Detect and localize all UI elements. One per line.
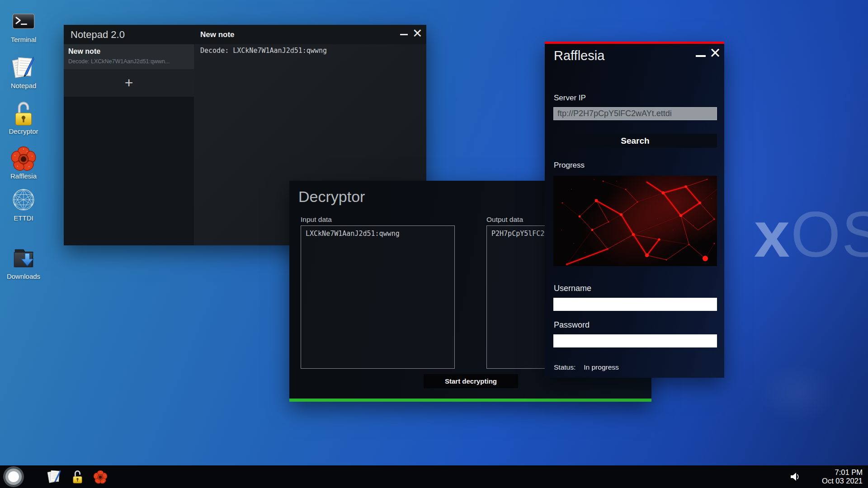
desktop: xOS Terminal Notepad Decryptor Rafflesia… <box>0 0 868 488</box>
watermark-os: OS <box>791 198 868 270</box>
start-button[interactable] <box>8 471 19 482</box>
status-row: Status:In progress <box>554 363 619 371</box>
input-data-label: Input data <box>301 216 332 224</box>
desktop-icon-label: Decryptor <box>3 127 44 135</box>
desktop-icon-downloads[interactable]: Downloads <box>3 245 44 280</box>
note-content-text: Decode: LXCkNe7W1AanJ2d51:qwwng <box>200 47 327 55</box>
red-plexus-network-image <box>553 176 717 266</box>
watermark-x: x <box>754 198 791 270</box>
close-icon[interactable]: ✕ <box>412 26 423 41</box>
taskbar-clock[interactable]: 7:01 PM Oct 03 2021 <box>822 468 863 485</box>
wallpaper-swirl <box>746 352 850 434</box>
desktop-icon-notepad[interactable]: Notepad <box>3 55 44 89</box>
status-label: Status: <box>554 363 576 371</box>
window-title: Rafflesia <box>554 48 604 63</box>
note-item-preview: Decode: LXCkNe7W1AanJ2d51:qwwn... <box>68 58 170 65</box>
input-data-textarea[interactable]: LXCkNe7W1AanJ2d51:qwwng <box>301 225 455 369</box>
password-input[interactable] <box>553 334 717 347</box>
server-ip-input[interactable] <box>553 107 717 120</box>
taskbar-app-notepad[interactable] <box>45 465 63 488</box>
note-item-title: New note <box>68 47 100 56</box>
window-title: Notepad 2.0 <box>71 29 125 41</box>
status-value: In progress <box>584 363 619 371</box>
desktop-icon-terminal[interactable]: Terminal <box>3 9 44 43</box>
desktop-icon-rafflesia[interactable]: Rafflesia <box>3 145 44 180</box>
clock-time: 7:01 PM <box>822 468 863 477</box>
progress-label: Progress <box>554 161 585 170</box>
note-title-header: New note <box>200 30 235 39</box>
desktop-icon-label: Rafflesia <box>3 172 44 180</box>
wireframe-sphere-icon <box>3 187 44 213</box>
taskbar-app-rafflesia[interactable] <box>92 465 109 488</box>
rafflesia-flower-icon <box>93 469 108 484</box>
window-title: Decryptor <box>298 188 365 206</box>
padlock-icon <box>3 100 44 127</box>
note-list-item[interactable]: New note Decode: LXCkNe7W1AanJ2d51:qwwn.… <box>64 44 194 69</box>
desktop-icon-label: Downloads <box>3 272 44 280</box>
os-watermark: xOS <box>754 202 868 267</box>
minimize-icon[interactable] <box>696 55 706 57</box>
close-icon[interactable]: ✕ <box>709 45 721 61</box>
desktop-icon-label: Terminal <box>3 36 44 43</box>
output-data-label: Output data <box>486 216 523 224</box>
search-button[interactable]: Search <box>553 134 717 148</box>
downloads-folder-icon <box>3 245 44 272</box>
decryptor-progress-bar <box>289 399 651 402</box>
terminal-icon <box>3 9 44 35</box>
desktop-icon-label: ETTDI <box>3 214 44 222</box>
notepad-icon <box>3 55 44 81</box>
rafflesia-window: Rafflesia ✕ Server IP Search Progress <box>545 42 724 378</box>
clock-date: Oct 03 2021 <box>822 477 863 485</box>
desktop-icon-decryptor[interactable]: Decryptor <box>3 100 44 135</box>
password-label: Password <box>554 320 590 330</box>
taskbar-app-decryptor[interactable] <box>70 465 85 488</box>
volume-icon[interactable] <box>789 472 801 481</box>
minimize-icon[interactable] <box>400 34 408 35</box>
desktop-icon-label: Notepad <box>3 82 44 89</box>
notepad-icon <box>47 469 62 484</box>
desktop-icon-ettdi[interactable]: ETTDI <box>3 187 44 222</box>
notes-sidebar: New note Decode: LXCkNe7W1AanJ2d51:qwwn.… <box>64 44 194 245</box>
server-ip-label: Server IP <box>554 94 586 103</box>
taskbar: 7:01 PM Oct 03 2021 <box>0 465 868 488</box>
notepad-titlebar[interactable]: Notepad 2.0 New note ✕ <box>64 25 426 44</box>
add-note-button[interactable]: + <box>64 69 194 97</box>
start-decrypting-button[interactable]: Start decrypting <box>424 374 518 388</box>
padlock-icon <box>72 469 83 484</box>
username-label: Username <box>554 284 591 293</box>
username-input[interactable] <box>553 298 717 311</box>
rafflesia-flower-icon <box>3 145 44 171</box>
